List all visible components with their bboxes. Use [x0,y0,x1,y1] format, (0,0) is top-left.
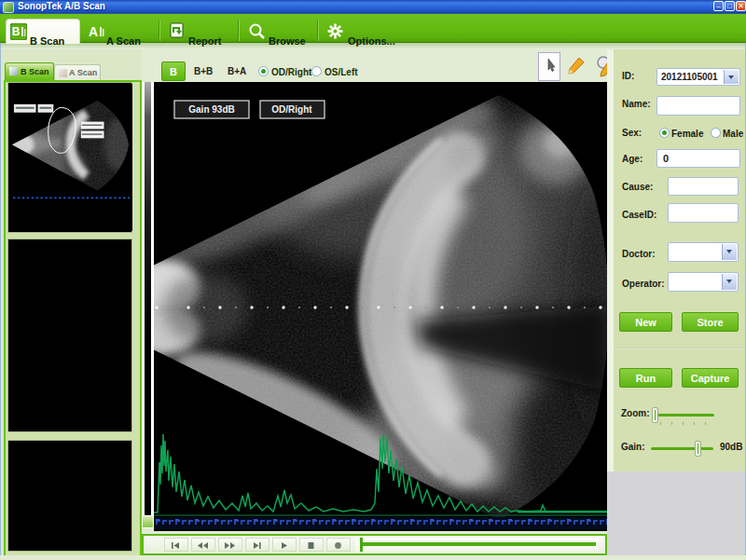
svg-text:A: A [89,24,98,39]
svg-text:Gain 93dB: Gain 93dB [188,104,234,115]
svg-text:B: B [12,25,21,38]
svg-text:OD/Right: OD/Right [271,104,312,115]
